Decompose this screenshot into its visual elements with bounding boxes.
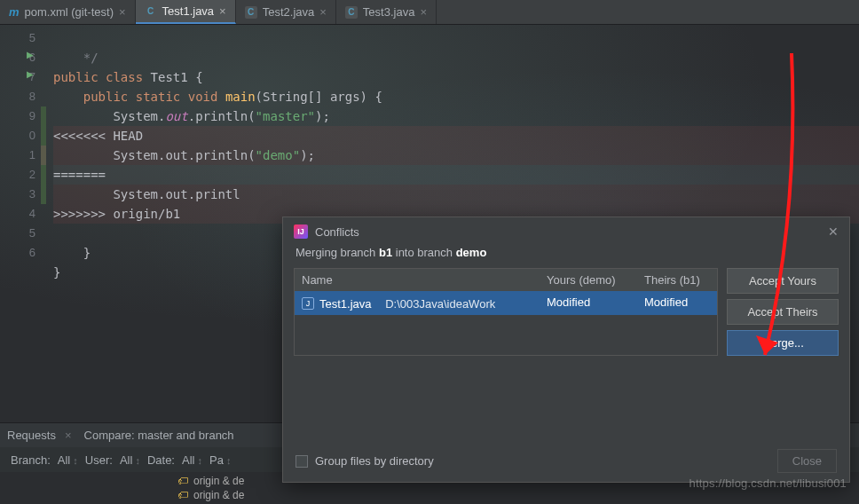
dialog-titlebar: IJ Conflicts ✕	[283, 217, 849, 246]
user-filter[interactable]: All	[120, 453, 140, 467]
table-header: Name Yours (demo) Theirs (b1)	[295, 269, 717, 291]
close-icon[interactable]: ×	[319, 5, 327, 19]
dialog-actions: Accept Yours Accept Theirs Merge...	[727, 268, 839, 356]
group-by-directory-checkbox[interactable]: Group files by directory	[296, 454, 434, 468]
intellij-icon: IJ	[294, 224, 308, 239]
merge-button[interactable]: Merge...	[727, 330, 839, 356]
tab-label: Test2.java	[263, 5, 315, 19]
tab-test1[interactable]: C Test1.java ×	[136, 0, 236, 24]
java-class-icon: C	[245, 6, 257, 19]
checkbox-icon	[296, 455, 308, 468]
dialog-subtitle: Merging branch b1 into branch demo	[283, 246, 849, 268]
maven-icon: m	[9, 5, 20, 19]
editor-tabbar: m pom.xml (git-test) × C Test1.java × C …	[0, 0, 859, 25]
tab-label: Test1.java	[162, 4, 215, 18]
tab-label: pom.xml (git-test)	[25, 5, 114, 19]
close-button[interactable]: Close	[777, 449, 837, 473]
branch-refs: 🏷origin & de 🏷origin & de	[177, 472, 244, 504]
close-icon[interactable]: ×	[420, 5, 427, 19]
ref-tag[interactable]: 🏷origin & de	[177, 489, 244, 501]
java-class-icon: C	[345, 6, 358, 19]
accept-yours-button[interactable]: Accept Yours	[727, 268, 839, 294]
ref-tag[interactable]: 🏷origin & de	[177, 475, 244, 487]
run-gutter-icon[interactable]: ▶	[27, 50, 34, 59]
tab-test3[interactable]: C Test3.java ×	[336, 0, 437, 24]
date-filter[interactable]: All	[182, 453, 202, 467]
tab-label: Test3.java	[363, 5, 415, 19]
tab-test2[interactable]: C Test2.java ×	[236, 0, 336, 24]
accept-theirs-button[interactable]: Accept Theirs	[727, 299, 839, 325]
close-icon[interactable]: ×	[219, 4, 226, 18]
close-icon[interactable]: ✕	[828, 224, 839, 239]
tag-icon: 🏷	[177, 489, 188, 501]
branch-filter[interactable]: All	[58, 453, 78, 467]
close-icon[interactable]: ×	[119, 5, 126, 19]
java-file-icon: J	[302, 297, 314, 310]
tag-icon: 🏷	[177, 475, 188, 487]
table-row[interactable]: J Test1.java D:\003Java\ideaWork Modifie…	[295, 291, 717, 315]
close-icon[interactable]: ×	[65, 429, 72, 442]
java-class-icon: C	[145, 5, 157, 18]
watermark: https://blog.csdn.net/libusi001	[690, 476, 847, 490]
run-gutter-icon[interactable]: ▶	[27, 69, 34, 79]
conflicts-dialog: IJ Conflicts ✕ Merging branch b1 into br…	[282, 217, 850, 483]
line-gutter: 5 6 7 8 9 0 1 2 3 4 5 6	[0, 25, 41, 362]
paths-filter[interactable]: Pa	[209, 453, 231, 467]
tooltab-compare[interactable]: Compare: master and branch	[84, 429, 234, 442]
tooltab-requests[interactable]: Requests	[7, 429, 56, 442]
tab-pom[interactable]: m pom.xml (git-test) ×	[0, 0, 136, 24]
conflicts-table: Name Yours (demo) Theirs (b1) J Test1.ja…	[294, 268, 718, 356]
dialog-title: Conflicts	[315, 225, 359, 239]
